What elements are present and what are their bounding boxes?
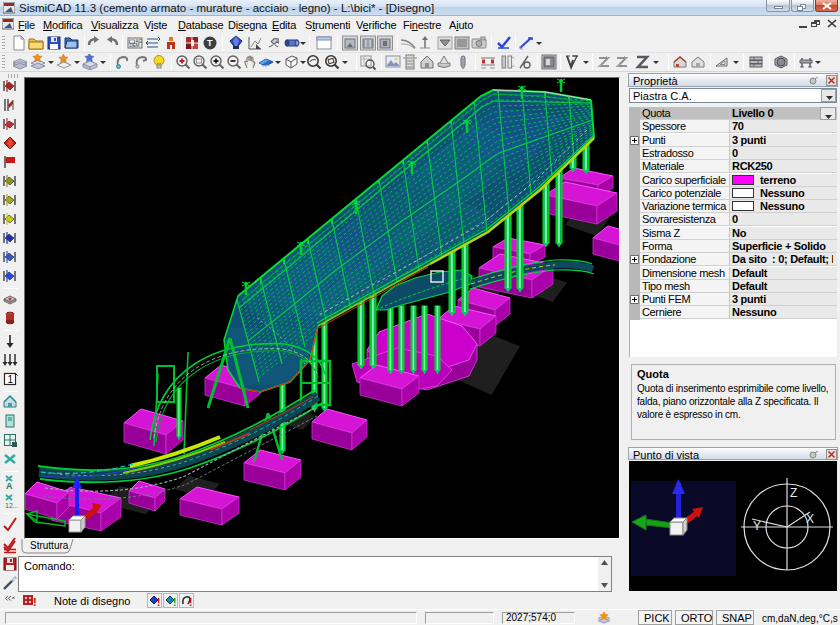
svg-text:12...: 12...	[5, 502, 18, 509]
svg-text:!: !	[173, 597, 176, 607]
svg-text:T: T	[207, 38, 213, 48]
svg-text:Y: Y	[753, 519, 761, 533]
svg-text:!: !	[33, 596, 37, 607]
svg-text:!: !	[157, 597, 160, 607]
svg-text:X: X	[806, 512, 814, 526]
svg-text:DEM: DEM	[130, 43, 140, 48]
svg-text:Z: Z	[790, 486, 797, 500]
svg-text:!: !	[189, 597, 192, 607]
svg-text:1: 1	[8, 374, 14, 385]
svg-text:A: A	[6, 481, 13, 491]
